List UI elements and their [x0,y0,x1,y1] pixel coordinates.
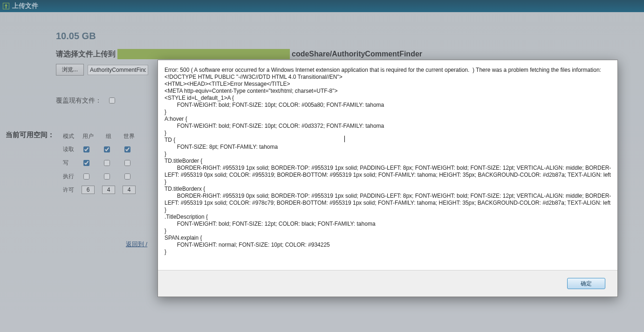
error-dialog: Error: 500 ( A software error occurred f… [158,60,618,297]
error-dialog-body[interactable]: Error: 500 ( A software error occurred f… [158,60,617,270]
text-caret-icon [344,136,345,142]
ok-button[interactable]: 确定 [567,278,605,289]
error-text: Error: 500 ( A software error occurred f… [164,67,614,256]
error-dialog-footer: 确定 [158,270,617,297]
